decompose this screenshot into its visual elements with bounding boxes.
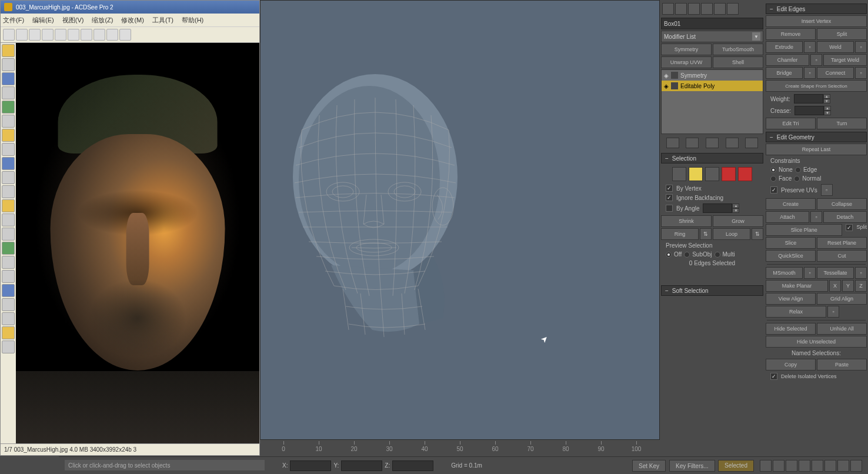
menu-help[interactable]: 帮助(H): [182, 16, 203, 25]
preview-subobj-radio[interactable]: [684, 252, 690, 258]
loop-button[interactable]: Loop: [713, 228, 750, 240]
hide-selected-button[interactable]: Hide Selected: [766, 323, 816, 335]
selected-button[interactable]: Selected: [718, 460, 754, 472]
split-checkbox[interactable]: [846, 224, 853, 231]
repeat-last-button[interactable]: Repeat Last: [766, 143, 867, 155]
reference-image-viewport[interactable]: [16, 43, 259, 443]
reset-plane-button[interactable]: Reset Plane: [817, 237, 867, 249]
unwrap-uvw-button[interactable]: Unwrap UVW: [661, 56, 712, 68]
lightbulb-icon[interactable]: [671, 72, 678, 79]
sb-tool15-icon[interactable]: [2, 256, 15, 269]
vertex-subobj-icon[interactable]: [672, 167, 686, 181]
turn-button[interactable]: Turn: [817, 118, 867, 129]
tb-back-icon[interactable]: [3, 29, 15, 41]
grow-button[interactable]: Grow: [713, 215, 763, 227]
by-angle-spinner[interactable]: [703, 203, 732, 213]
delete-isolated-checkbox[interactable]: [770, 373, 777, 380]
configure-sets-icon[interactable]: [745, 138, 758, 148]
copy-selection-button[interactable]: Copy: [766, 359, 816, 370]
timeline[interactable]: 0 10 20 30 40 50 60 70 80 90 100: [260, 441, 660, 456]
extrude-button[interactable]: Extrude: [766, 41, 803, 53]
crease-spinner[interactable]: [794, 106, 824, 115]
sb-tool8-icon[interactable]: [2, 157, 15, 170]
sb-tool17-icon[interactable]: [2, 284, 15, 297]
object-name-field[interactable]: Box01: [661, 18, 763, 29]
by-vertex-checkbox[interactable]: [666, 185, 673, 192]
nav-fov-icon[interactable]: [824, 460, 836, 472]
setkey-button[interactable]: Set Key: [632, 460, 666, 472]
tb-rotate-icon[interactable]: [94, 29, 105, 41]
shell-button[interactable]: Shell: [713, 56, 763, 68]
sb-tool5-icon[interactable]: [2, 115, 15, 128]
modifier-editable-poly[interactable]: ◈ Editable Poly: [662, 81, 763, 91]
sb-folder-icon[interactable]: [2, 44, 15, 57]
remove-modifier-icon[interactable]: [726, 138, 739, 148]
split-button[interactable]: Split: [817, 28, 867, 40]
ring-button[interactable]: Ring: [661, 228, 699, 240]
tb-forward-icon[interactable]: [16, 29, 28, 41]
border-subobj-icon[interactable]: [705, 167, 719, 181]
tessellate-button[interactable]: Tessellate: [817, 267, 854, 279]
slice-button[interactable]: Slice: [766, 237, 816, 249]
by-angle-checkbox[interactable]: [666, 205, 673, 212]
menu-view[interactable]: 视图(V): [62, 16, 84, 25]
sb-tool20-icon[interactable]: [2, 326, 15, 339]
soft-selection-rollout-header[interactable]: Soft Selection: [661, 285, 763, 296]
create-button[interactable]: Create: [766, 198, 816, 210]
tb-up-icon[interactable]: [29, 29, 41, 41]
create-shape-button[interactable]: Create Shape From Selection: [766, 80, 867, 92]
tb-print-icon[interactable]: [55, 29, 66, 41]
acdsee-titlebar[interactable]: 003_MarcusHigh.jpg - ACDSee Pro 2: [1, 1, 259, 14]
constraint-none-radio[interactable]: [770, 167, 776, 173]
make-unique-icon[interactable]: [706, 138, 719, 148]
shrink-button[interactable]: Shrink: [661, 215, 712, 227]
sb-tool11-icon[interactable]: [2, 199, 15, 212]
nav-zoom-extents-icon[interactable]: [837, 460, 849, 472]
show-end-result-icon[interactable]: [686, 138, 699, 148]
sb-tool10-icon[interactable]: [2, 185, 15, 198]
attach-button[interactable]: Attach: [766, 211, 809, 223]
sb-tool21-icon[interactable]: [2, 341, 15, 353]
motion-tab-icon[interactable]: [701, 3, 713, 15]
edit-tri-button[interactable]: Edit Tri: [766, 118, 816, 129]
bridge-button[interactable]: Bridge: [766, 67, 803, 79]
preserve-uvs-checkbox[interactable]: [770, 186, 777, 193]
sb-tool6-icon[interactable]: [2, 129, 15, 142]
modify-tab-icon[interactable]: [675, 3, 687, 15]
menu-tools[interactable]: 工具(T): [152, 16, 173, 25]
constraint-normal-radio[interactable]: [794, 176, 800, 182]
sb-tool14-icon[interactable]: [2, 242, 15, 255]
element-subobj-icon[interactable]: [738, 167, 752, 181]
msmooth-settings-icon[interactable]: ▫: [804, 267, 816, 279]
weight-spinner[interactable]: [794, 94, 823, 104]
weld-settings-icon[interactable]: ▫: [855, 41, 867, 53]
sb-tool3-icon[interactable]: [2, 86, 15, 99]
menu-file[interactable]: 文件(F): [3, 16, 24, 25]
msmooth-button[interactable]: MSmooth: [766, 267, 803, 279]
sb-tool4-icon[interactable]: [2, 101, 15, 114]
connect-button[interactable]: Connect: [817, 67, 854, 79]
nav-maximize-icon[interactable]: [812, 460, 823, 472]
tb-zoom-icon[interactable]: [81, 29, 92, 41]
sb-tool7-icon[interactable]: [2, 143, 15, 156]
attach-list-icon[interactable]: ▫: [810, 211, 822, 223]
modifier-symmetry[interactable]: ◈ Symmetry: [662, 70, 763, 81]
hierarchy-tab-icon[interactable]: [688, 3, 700, 15]
nav-zoom-icon[interactable]: [760, 460, 772, 472]
x-coord-input[interactable]: [290, 460, 331, 471]
sb-tool16-icon[interactable]: [2, 270, 15, 283]
ring-spinner-icon[interactable]: ⇅: [700, 228, 712, 240]
planar-y-button[interactable]: Y: [842, 280, 854, 292]
utilities-tab-icon[interactable]: [727, 3, 739, 15]
3dsmax-viewport[interactable]: [260, 0, 660, 440]
tb-delete-icon[interactable]: [68, 29, 79, 41]
tb-slideshow-icon[interactable]: [119, 29, 131, 41]
bridge-settings-icon[interactable]: ▫: [804, 67, 816, 79]
keyfilters-button[interactable]: Key Filters...: [669, 460, 715, 472]
pin-stack-icon[interactable]: [666, 138, 679, 148]
detach-button[interactable]: Detach: [823, 211, 867, 223]
remove-button[interactable]: Remove: [766, 28, 816, 40]
view-align-button[interactable]: View Align: [766, 293, 816, 305]
preview-multi-radio[interactable]: [715, 252, 720, 258]
menu-zoom[interactable]: 缩放(Z): [92, 16, 113, 25]
